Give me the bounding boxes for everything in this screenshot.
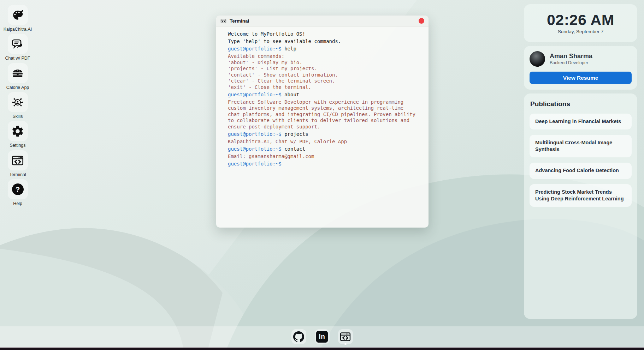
bottom-edge-bar xyxy=(0,348,644,350)
github-icon xyxy=(291,329,306,344)
close-button[interactable] xyxy=(419,18,424,24)
app-label: KalpaChitra.AI xyxy=(4,27,32,32)
app-label: Calorie App xyxy=(6,85,29,90)
terminal-output: Available commands: 'about' - Display my… xyxy=(228,53,421,90)
terminal-prompt-line[interactable]: guest@portfolio:~$ xyxy=(228,161,421,167)
terminal-icon xyxy=(8,150,28,170)
clock-time: 02:26 AM xyxy=(547,12,614,28)
publication-item[interactable]: Deep Learning in Financial Markets xyxy=(530,114,632,129)
terminal-body[interactable]: Welcome to MyPortfolio OS! Type 'help' t… xyxy=(216,26,429,167)
avatar xyxy=(530,51,545,67)
gear-icon xyxy=(8,121,28,141)
terminal-icon xyxy=(338,329,353,344)
terminal-window-icon xyxy=(220,18,226,24)
desktop-app-kalpachitra[interactable]: KalpaChitra.AI xyxy=(0,5,35,32)
publications-widget: Publications Deep Learning in Financial … xyxy=(524,93,637,319)
app-label: Help xyxy=(13,201,22,206)
help-icon: ? xyxy=(8,179,28,199)
view-resume-button[interactable]: View Resume xyxy=(530,72,632,84)
desktop: KalpaChitra.AI Chat w/ PDF Calorie App xyxy=(0,0,644,350)
terminal-command-line: guest@portfolio:~$ about xyxy=(228,92,421,98)
desktop-app-terminal[interactable]: Terminal xyxy=(0,150,35,177)
terminal-welcome-line: Welcome to MyPortfolio OS! xyxy=(228,31,421,37)
burger-icon xyxy=(8,63,28,83)
desktop-app-settings[interactable]: Settings xyxy=(0,121,35,148)
terminal-titlebar[interactable]: Terminal xyxy=(216,16,429,26)
terminal-command-line: guest@portfolio:~$ contact xyxy=(228,146,421,152)
linkedin-icon: in xyxy=(315,329,330,344)
dock: in xyxy=(0,329,644,345)
right-sidebar: 02:26 AM Sunday, September 7 Aman Sharma… xyxy=(524,4,637,319)
desktop-app-skills[interactable]: Skills xyxy=(0,92,35,119)
chat-icon xyxy=(8,34,28,54)
app-label: Skills xyxy=(12,114,23,119)
terminal-output: Freelance Software Developer with experi… xyxy=(228,99,421,130)
terminal-command-line: guest@portfolio:~$ help xyxy=(228,46,421,52)
clock-widget: 02:26 AM Sunday, September 7 xyxy=(524,4,637,42)
profile-widget: Aman Sharma Backend Developer View Resum… xyxy=(524,46,637,90)
active-app-indicator xyxy=(344,343,347,345)
terminal-welcome-line: Type 'help' to see available commands. xyxy=(228,38,421,45)
publication-item[interactable]: Advancing Food Calorie Detection xyxy=(530,163,632,179)
desktop-app-help[interactable]: ? Help xyxy=(0,179,35,206)
clock-date: Sunday, September 7 xyxy=(558,29,604,34)
app-label: Chat w/ PDF xyxy=(5,56,30,61)
publication-item[interactable]: Multilingual Cross-Modal Image Synthesis xyxy=(530,135,632,157)
terminal-output: KalpaChitra.AI, Chat w/ PDF, Calorie App xyxy=(228,139,421,145)
palette-icon xyxy=(8,5,28,25)
network-icon xyxy=(8,92,28,112)
terminal-window: Terminal Welcome to MyPortfolio OS! Type… xyxy=(216,16,429,228)
publications-title: Publications xyxy=(530,100,632,108)
linkedin-dock-button[interactable]: in xyxy=(315,329,330,345)
profile-role: Backend Developer xyxy=(550,60,592,65)
desktop-app-chat-w-pdf[interactable]: Chat w/ PDF xyxy=(0,34,35,61)
terminal-title: Terminal xyxy=(230,18,249,24)
app-label: Settings xyxy=(10,143,25,148)
desktop-app-calorie[interactable]: Calorie App xyxy=(0,63,35,90)
app-label: Terminal xyxy=(9,173,26,177)
terminal-dock-button[interactable] xyxy=(338,329,353,345)
terminal-output: Email: gsamansharma@gmail.com xyxy=(228,153,421,160)
publication-item[interactable]: Predicting Stock Market Trends Using Dee… xyxy=(530,184,632,207)
terminal-command-line: guest@portfolio:~$ projects xyxy=(228,131,421,138)
github-dock-button[interactable] xyxy=(291,329,306,345)
profile-name: Aman Sharma xyxy=(550,53,592,60)
